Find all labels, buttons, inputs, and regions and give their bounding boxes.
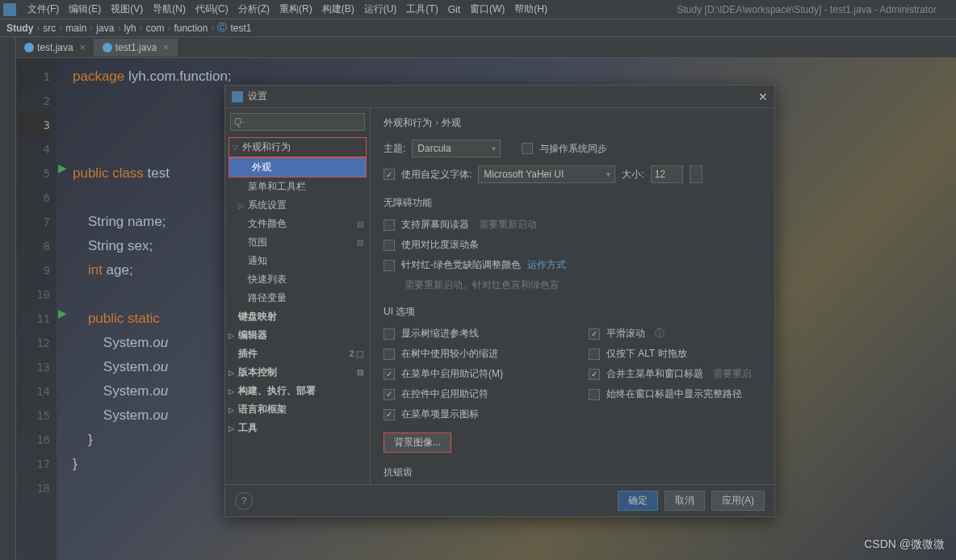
menu-window[interactable]: 窗口(W) [465,2,509,16]
sync-os-label: 与操作系统同步 [539,142,607,156]
breadcrumb-item[interactable]: main [65,23,86,34]
tab-test1-java[interactable]: test1.java× [94,39,178,56]
full-path-checkbox[interactable] [589,389,600,400]
class-icon [103,43,112,52]
menu-help[interactable]: 帮助(H) [509,2,552,16]
tree-indent-checkbox[interactable] [384,328,395,340]
run-gutter-icon[interactable]: ▶ [58,161,67,174]
cancel-button[interactable]: 取消 [665,491,705,511]
custom-font-checkbox[interactable] [384,169,395,180]
menu-refactor[interactable]: 重构(R) [275,2,317,16]
content-breadcrumb: 外观和行为›外观 [384,116,761,130]
class-icon [24,43,34,52]
merge-menu-checkbox[interactable] [589,369,600,380]
side-toolbar [0,37,16,560]
ok-button[interactable]: 确定 [618,491,658,511]
menu-git[interactable]: Git [443,4,465,15]
tree-item[interactable]: 键盘映射 [225,307,370,326]
font-size-spinner[interactable] [690,165,702,183]
tree-item[interactable]: 路径变量 [225,289,370,307]
settings-dialog: 设置 ✕ Q- ▽外观和行为外观菜单和工具栏▷系统设置文件颜色⊟范围⊟通知快速列… [224,85,775,517]
menu-edit[interactable]: 编辑(E) [64,2,106,16]
font-size-label: 大小: [622,168,644,182]
tree-item[interactable]: ▷版本控制⊟ [225,363,370,382]
font-select[interactable]: Microsoft YaHei UI [478,165,615,183]
tree-item[interactable]: 通知 [225,252,370,270]
help-button[interactable]: ? [235,492,253,510]
watermark: CSDN @微微微 [864,537,945,552]
breadcrumb-item[interactable]: function [174,23,208,34]
alt-dnd-checkbox[interactable] [589,349,600,360]
menu-tools[interactable]: 工具(T) [401,2,442,16]
class-icon: Ⓒ [217,21,227,35]
close-icon[interactable]: ✕ [758,90,768,103]
menu-file[interactable]: 文件(F) [23,2,64,16]
breadcrumb-item[interactable]: test1 [230,23,251,34]
tree-item[interactable]: ▷语言和框架 [225,400,370,419]
menu-view[interactable]: 视图(V) [106,2,148,16]
breadcrumb-item[interactable]: src [43,23,56,34]
run-gutter-icon[interactable]: ▶ [58,307,67,320]
tree-item[interactable]: 快速列表 [225,270,370,289]
window-title: Study [D:\IDEA\workspace\Study] - test1.… [677,4,937,15]
section-ui-options: UI 选项 [384,305,761,319]
editor-tabs: test.java× test1.java× [16,37,956,58]
tree-item[interactable]: ▷构建、执行、部署 [225,382,370,400]
tree-item[interactable]: 插件2 ⬚ [225,345,370,363]
dialog-footer: ? 确定 取消 应用(A) [225,484,774,516]
tree-item[interactable]: ▷系统设置 [225,196,370,215]
settings-tree: ▽外观和行为外观菜单和工具栏▷系统设置文件颜色⊟范围⊟通知快速列表路径变量键盘映… [225,136,370,484]
apply-button[interactable]: 应用(A) [711,491,765,511]
smooth-scroll-checkbox[interactable] [589,328,600,340]
app-icon [232,91,243,102]
menu-build[interactable]: 构建(B) [317,2,359,16]
background-image-button[interactable]: 背景图像... [384,433,451,453]
theme-select[interactable]: Darcula [412,140,501,157]
custom-font-label: 使用自定义字体: [401,168,472,182]
tree-item[interactable]: 文件颜色⊟ [225,215,370,233]
line-gutter: 1234 5678 9101112 13141516 1718 ▶ ▶ [16,58,57,560]
theme-label: 主题: [384,142,405,156]
section-accessibility: 无障碍功能 [384,196,761,210]
screen-reader-checkbox[interactable] [384,219,395,231]
contrast-scroll-checkbox[interactable] [384,240,395,251]
font-size-input[interactable] [651,165,683,183]
code-content[interactable]: package lyh.com.function; public class t… [73,65,232,476]
app-logo-icon [3,3,16,16]
menu-code[interactable]: 代码(C) [191,2,233,16]
menu-analyze[interactable]: 分析(Z) [233,2,275,16]
search-icon: Q- [234,116,245,127]
sync-os-checkbox[interactable] [522,143,533,154]
menubar: 文件(F) 编辑(E) 视图(V) 导航(N) 代码(C) 分析(Z) 重构(R… [0,0,956,19]
breadcrumb-item[interactable]: java [96,23,114,34]
tree-item[interactable]: 范围⊟ [225,233,370,252]
tree-item[interactable]: ▽外观和行为 [229,137,367,157]
breadcrumb-item[interactable]: Study [6,23,33,34]
mnemonics-menu-checkbox[interactable] [384,369,395,380]
tree-item[interactable]: ▷编辑器 [225,326,370,345]
breadcrumb-item[interactable]: com [146,23,165,34]
dialog-title: 设置 [248,90,267,103]
close-icon[interactable]: × [80,42,86,53]
section-antialiasing: 抗锯齿 [384,466,761,479]
help-icon[interactable]: ⓘ [655,327,665,341]
show-icons-checkbox[interactable] [384,409,395,420]
tab-test-java[interactable]: test.java× [16,39,94,56]
settings-content: 外观和行为›外观 主题: Darcula 与操作系统同步 使用自定义字体: Mi… [371,108,774,484]
dialog-titlebar: 设置 ✕ [225,86,774,108]
tree-item[interactable]: ▷工具 [225,419,370,437]
breadcrumb-item[interactable]: lyh [124,23,136,34]
close-icon[interactable]: × [163,42,169,53]
breadcrumb: Study› src› main› java› lyh› com› functi… [0,19,956,37]
menu-run[interactable]: 运行(U) [359,2,402,16]
mnemonics-ctrl-checkbox[interactable] [384,389,395,400]
settings-search[interactable]: Q- [230,113,365,131]
menu-navigate[interactable]: 导航(N) [148,2,191,16]
how-it-works-link[interactable]: 运作方式 [527,258,566,272]
tree-item[interactable]: 菜单和工具栏 [225,178,370,196]
tree-item[interactable]: 外观 [229,157,367,178]
settings-sidebar: Q- ▽外观和行为外观菜单和工具栏▷系统设置文件颜色⊟范围⊟通知快速列表路径变量… [225,108,371,484]
color-deficiency-checkbox[interactable] [384,260,395,271]
small-indent-checkbox[interactable] [384,349,395,360]
